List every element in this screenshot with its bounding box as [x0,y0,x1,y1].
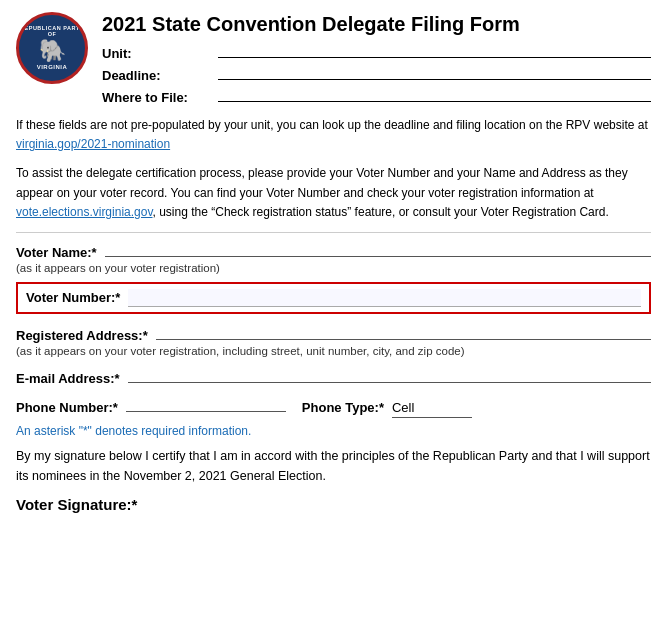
pledge-text-content: By my signature below I certify that I a… [16,449,650,483]
asterisk-note-text: An asterisk "*" denotes required informa… [16,424,251,438]
info-text-2: To assist the delegate certification pro… [16,166,628,199]
phone-type-value[interactable]: Cell [392,400,472,418]
logo-bottom-text: VIRGINIA [19,64,85,71]
voter-name-label: Voter Name:* [16,245,97,260]
voter-number-input[interactable] [128,289,641,307]
pledge-text: By my signature below I certify that I a… [16,446,651,486]
phone-type-label: Phone Type:* [302,400,384,415]
rpv-logo: REPUBLICAN PARTY OF 🐘 VIRGINIA [16,12,88,84]
registered-address-sub: (as it appears on your voter registratio… [16,345,651,357]
phone-label: Phone Number:* [16,400,118,415]
voter-name-sub: (as it appears on your voter registratio… [16,262,651,274]
registered-address-input[interactable] [156,322,651,340]
info-text-1: If these fields are not pre-populated by… [16,118,648,132]
form-title: 2021 State Convention Delegate Filing Fo… [102,12,651,36]
deadline-line [218,64,651,80]
deadline-label: Deadline: [102,68,212,83]
rpv-link[interactable]: virginia.gop/2021-nomination [16,137,170,151]
registered-address-label: Registered Address:* [16,328,148,343]
email-section: E-mail Address:* [16,365,651,386]
logo-top-text: REPUBLICAN PARTY OF [19,25,85,38]
registered-address-section: Registered Address:* (as it appears on y… [16,322,651,357]
email-label: E-mail Address:* [16,371,120,386]
where-to-file-label: Where to File: [102,90,212,105]
voter-name-input[interactable] [105,239,651,257]
where-to-file-row: Where to File: [102,86,651,105]
info-block-2: To assist the delegate certification pro… [16,164,651,222]
info-block-1: If these fields are not pre-populated by… [16,116,651,154]
asterisk-note: An asterisk "*" denotes required informa… [16,424,651,438]
where-to-file-line [218,86,651,102]
voter-number-label: Voter Number:* [26,290,120,305]
voter-number-section: Voter Number:* [16,282,651,314]
unit-line [218,42,651,58]
phone-input[interactable] [126,394,286,412]
divider-1 [16,232,651,233]
phone-section: Phone Number:* Phone Type:* Cell [16,394,651,418]
unit-label: Unit: [102,46,212,61]
unit-row: Unit: [102,42,651,61]
info-text-3: , using the “Check registration status” … [153,205,609,219]
header-right: 2021 State Convention Delegate Filing Fo… [102,12,651,108]
deadline-row: Deadline: [102,64,651,83]
email-row: E-mail Address:* [16,365,651,386]
elections-link[interactable]: vote.elections.virginia.gov [16,205,153,219]
voter-name-section: Voter Name:* (as it appears on your vote… [16,239,651,274]
voter-sig-label: Voter Signature:* [16,496,137,513]
form-header: REPUBLICAN PARTY OF 🐘 VIRGINIA 2021 Stat… [16,12,651,108]
voter-name-row: Voter Name:* [16,239,651,260]
voter-signature-section: Voter Signature:* [16,496,651,513]
elephant-icon: 🐘 [19,38,85,64]
email-input[interactable] [128,365,651,383]
registered-address-row: Registered Address:* [16,322,651,343]
